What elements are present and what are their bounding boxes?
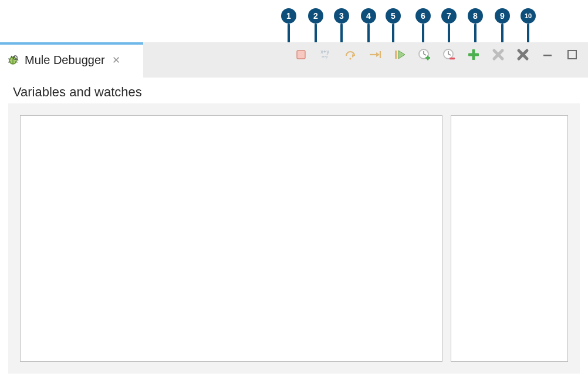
add-scheduler-button[interactable] [412,47,437,65]
bug-icon [6,53,20,67]
svg-point-16 [349,58,351,59]
svg-rect-12 [297,51,305,59]
maximize-button[interactable] [560,47,584,65]
x-grey-icon [491,48,505,64]
plus-icon [467,48,481,64]
x-dark-icon [516,48,530,64]
run-to-cursor-button[interactable] [363,47,387,65]
step-over-icon [343,48,357,64]
debugger-content: Variables and watches [0,78,588,383]
annotation-number: 6 [415,8,431,23]
run-to-cursor-icon [368,48,382,64]
remove-watch-button[interactable] [486,47,511,65]
add-watch-button[interactable] [461,47,486,65]
clock-plus-icon [417,48,431,64]
svg-text:x+y: x+y [320,49,329,55]
annotation-number: 2 [308,8,323,23]
annotation-number: 3 [334,8,349,23]
svg-rect-20 [395,51,397,59]
annotation-number: 9 [495,8,510,23]
svg-rect-32 [472,49,475,60]
active-tab-indicator [0,42,143,45]
stop-icon [294,48,308,64]
annotation-number: 4 [361,8,376,23]
svg-rect-38 [568,51,576,59]
annotation-number: 7 [441,8,457,23]
svg-rect-30 [450,58,455,59]
svg-line-9 [16,59,18,61]
svg-rect-26 [427,56,429,61]
resume-icon [393,48,407,64]
debugger-toolbar: x+y =? [289,42,584,78]
svg-marker-18 [376,52,380,57]
annotation-number: 8 [468,8,483,23]
clock-minus-icon [442,48,456,64]
minimize-button[interactable] [535,47,560,65]
expression-icon: x+y =? [319,48,333,64]
remove-scheduler-button[interactable] [437,47,461,65]
close-tab-button[interactable] [111,55,121,65]
svg-text:=?: =? [322,55,328,61]
watches-panel[interactable] [451,115,568,362]
annotation-number: 1 [281,8,296,23]
tab-title: Mule Debugger [25,53,105,67]
svg-marker-21 [398,51,405,59]
step-over-button[interactable] [338,47,363,65]
panels-container [8,103,580,374]
svg-rect-37 [543,55,552,56]
stop-button[interactable] [289,47,313,65]
minimize-icon [540,48,555,64]
annotation-number: 10 [521,8,536,23]
clear-all-watches-button[interactable] [511,47,535,65]
tab-mule-debugger[interactable]: Mule Debugger [0,42,143,78]
annotation-number: 5 [386,8,401,23]
maximize-icon [565,48,579,64]
evaluate-expression-button[interactable]: x+y =? [313,47,338,65]
variables-panel[interactable] [20,115,442,362]
section-title: Variables and watches [13,85,580,100]
resume-button[interactable] [387,47,412,65]
